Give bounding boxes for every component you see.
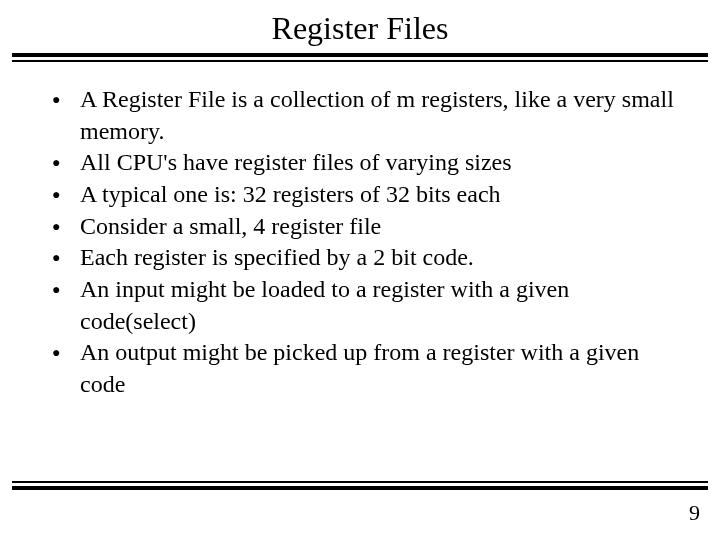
list-item: Each register is specified by a 2 bit co… bbox=[46, 242, 674, 274]
list-item: A typical one is: 32 registers of 32 bit… bbox=[46, 179, 674, 211]
title-rule-thick bbox=[12, 53, 708, 57]
list-item: An input might be loaded to a register w… bbox=[46, 274, 674, 337]
page-number: 9 bbox=[689, 500, 700, 526]
list-item: An output might be picked up from a regi… bbox=[46, 337, 674, 400]
slide-title: Register Files bbox=[0, 0, 720, 53]
content-area: A Register File is a collection of m reg… bbox=[0, 62, 720, 401]
list-item: A Register File is a collection of m reg… bbox=[46, 84, 674, 147]
footer-rule-thin bbox=[12, 481, 708, 483]
footer-rule-thick bbox=[12, 486, 708, 490]
slide: Register Files A Register File is a coll… bbox=[0, 0, 720, 540]
bullet-list: A Register File is a collection of m reg… bbox=[46, 84, 674, 401]
list-item: All CPU's have register files of varying… bbox=[46, 147, 674, 179]
list-item: Consider a small, 4 register file bbox=[46, 211, 674, 243]
footer-rule bbox=[12, 481, 708, 490]
